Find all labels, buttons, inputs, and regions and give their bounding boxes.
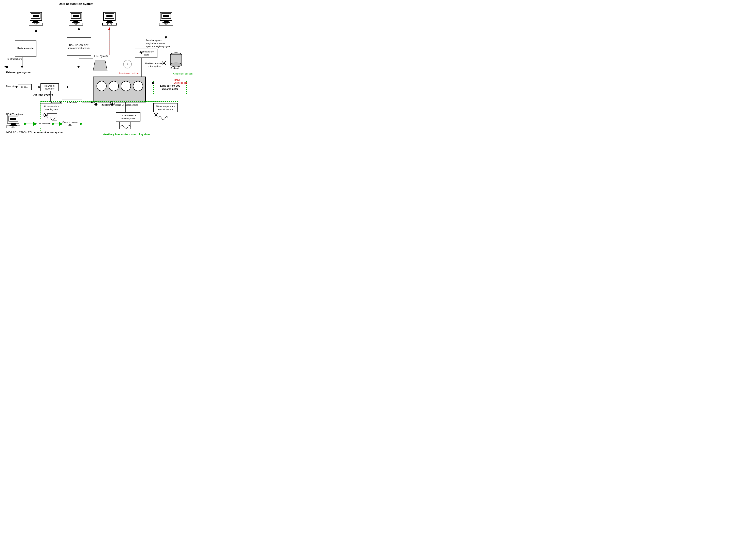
fuel-pump-svg (162, 61, 166, 65)
computer-2 (69, 12, 83, 26)
ecu-label: Opened engine ECU (61, 121, 79, 126)
to-atmosphere-label: To atmosphere (7, 58, 22, 60)
torque-label: Torque (173, 79, 180, 81)
screen-line-3 (73, 15, 79, 16)
cpu-3 (103, 23, 116, 26)
fuel-temp-label: Fuel temperature control system (143, 62, 165, 68)
in-cylinder-label: In-cylinder pressure (146, 42, 165, 44)
accelerator-red-label: Accelerator position (119, 72, 139, 74)
cylinder-4 (133, 81, 143, 91)
engine-block (93, 77, 146, 103)
inca-line-1 (10, 118, 16, 118)
arrow-etas-ecu (52, 121, 62, 126)
screen-1 (31, 13, 40, 19)
data-acquisition-title: Data acquisition system (59, 2, 94, 5)
junction-dot-2 (21, 66, 23, 68)
screen-line-7 (163, 15, 169, 16)
computer-1 (29, 12, 43, 26)
cpu-2 (69, 23, 83, 26)
fuel-tank-svg (170, 52, 182, 67)
eddy-label: Eddy current E90 dynamometer (155, 84, 185, 91)
air-inlet-label: Air inlet system (34, 93, 53, 96)
svg-point-51 (171, 63, 182, 67)
drive-4 (76, 23, 78, 25)
engine-speed-label: Engine speed (173, 82, 187, 84)
gravimetric-label: Gravimetric fuel scale (136, 50, 157, 56)
drive-2 (36, 23, 38, 25)
cpu-4 (159, 23, 173, 26)
heat-exchanger: T (123, 60, 132, 69)
screen-line-8 (163, 16, 169, 17)
inca-drive-1 (11, 126, 13, 128)
inca-line-2 (10, 119, 16, 120)
screen-4 (162, 13, 171, 19)
etas-box: ETAS interface (34, 120, 52, 127)
diagram-container: Data acquisition system (0, 0, 194, 138)
inca-drive-2 (14, 126, 15, 128)
svg-marker-52 (93, 61, 107, 71)
nox-box: NOx, HC, CO, CO2 measurement system (67, 38, 91, 56)
cylinder-3 (121, 81, 131, 91)
aux-temp-label: Auxiliary temperature control system (103, 133, 150, 136)
hot-wire-label: Hot wire air flowmeter (41, 84, 58, 90)
screen-line-5 (106, 15, 112, 16)
fuel-tank: Fuel tank (170, 52, 182, 67)
monitor-2 (70, 12, 82, 21)
screen-line-4 (73, 16, 79, 17)
egr-label: EGR system (94, 55, 108, 57)
drive-3 (74, 23, 76, 25)
egr-shape (91, 60, 109, 72)
nox-label: NOx, HC, CO, CO2 measurement system (68, 44, 90, 49)
accelerator-green-label: Accelerator position (173, 72, 193, 75)
etas-label: ETAS interface (35, 122, 50, 125)
drive-1 (34, 23, 35, 25)
svg-marker-7 (35, 29, 37, 32)
arrow-inca-etas (24, 121, 36, 126)
screen-line-1 (33, 15, 39, 16)
inca-monitor (7, 115, 19, 123)
screen-line-6 (106, 16, 112, 17)
monitor-4 (160, 12, 172, 21)
inca-software-label: INCA PC software (6, 113, 24, 116)
air-filter-label: Air filter (21, 86, 28, 89)
svg-marker-3 (4, 66, 8, 68)
particle-counter-box: Particle counter (15, 40, 36, 57)
egr-svg (91, 60, 109, 72)
svg-marker-14 (108, 27, 110, 31)
svg-marker-18 (38, 86, 40, 88)
arrow-ecu-aux (80, 121, 94, 126)
cylinder-2 (109, 81, 119, 91)
fuel-pump (162, 61, 166, 66)
screen-line-2 (33, 16, 39, 17)
computer-3 (103, 12, 116, 26)
cylinder-1 (97, 81, 106, 91)
screen-3 (105, 13, 114, 19)
encoder-signals-label: Encoder signals (146, 39, 162, 41)
exhaust-gas-label: Exhaust gas system (6, 71, 32, 74)
svg-marker-20 (67, 86, 69, 88)
hot-wire-box: Hot wire air flowmeter (40, 83, 59, 91)
drive-5 (107, 23, 109, 25)
cpu-1 (29, 23, 43, 26)
injector-label: Injector energizing signal (146, 45, 171, 47)
screen-2 (71, 13, 81, 19)
junction-dot-4 (152, 82, 154, 84)
air-filter-box: Air filter (18, 84, 32, 90)
heat-exchanger-svg: T (123, 60, 132, 69)
ecu-box: Opened engine ECU (60, 120, 80, 127)
drive-8 (167, 23, 168, 25)
monitor-1 (30, 12, 42, 21)
svg-marker-10 (78, 27, 80, 31)
inca-cpu (6, 125, 20, 128)
particle-counter-label: Particle counter (17, 47, 34, 50)
monitor-3 (103, 12, 115, 21)
inca-comm-label: INCA PC - ETAS - ECU communication syste… (6, 130, 63, 134)
drive-7 (164, 23, 166, 25)
inca-screen (9, 116, 18, 121)
inca-pc-computer (6, 115, 20, 128)
computer-4 (159, 12, 173, 26)
svg-marker-32 (165, 37, 167, 39)
fuel-tank-label: Fuel tank (169, 67, 181, 69)
junction-dot-3 (140, 52, 142, 54)
drive-6 (110, 23, 111, 25)
